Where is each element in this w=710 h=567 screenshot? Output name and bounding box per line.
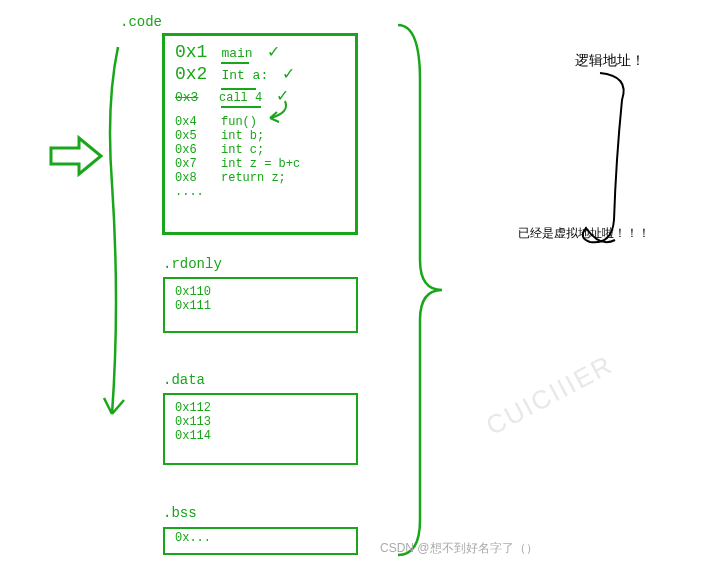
addr-0x6: 0x6 (175, 143, 205, 157)
annotation-top: 逻辑地址！ (575, 52, 645, 70)
code-box: 0x1 main ✓ 0x2 Int a: ✓ 0x3 call 4 ✓ 0x4… (162, 33, 358, 235)
rdonly-label: .rdonly (163, 256, 222, 272)
data-0x112: 0x112 (175, 401, 346, 415)
rdonly-0x111: 0x111 (175, 299, 346, 313)
addr-0x5: 0x5 (175, 129, 205, 143)
addr-0x8: 0x8 (175, 171, 205, 185)
instr-inta: Int a: (221, 68, 268, 83)
code-label: .code (120, 14, 162, 30)
addr-0x4: 0x4 (175, 115, 205, 129)
addr-0x2: 0x2 (175, 64, 207, 84)
bss-0x: 0x... (175, 531, 346, 545)
instr-intz: int z = b+c (221, 157, 300, 171)
addr-0x3: 0x3 (175, 90, 205, 105)
instr-fun: fun() (221, 115, 257, 129)
down-arrow-icon (98, 44, 138, 424)
addr-0x1: 0x1 (175, 42, 207, 62)
brace-icon (388, 20, 448, 560)
data-0x114: 0x114 (175, 429, 346, 443)
block-arrow-icon (49, 134, 105, 178)
return-arrow-icon (255, 98, 295, 128)
bss-box: 0x... (163, 527, 358, 555)
instr-intb: int b; (221, 129, 264, 143)
check-2: ✓ (282, 64, 295, 83)
data-0x113: 0x113 (175, 415, 346, 429)
instr-return: return z; (221, 171, 286, 185)
rdonly-box: 0x110 0x111 (163, 277, 358, 333)
addr-dots: .... (175, 185, 205, 199)
data-label: .data (163, 372, 205, 388)
bss-label: .bss (163, 505, 197, 521)
data-box: 0x112 0x113 0x114 (163, 393, 358, 465)
annotation-curve-icon (560, 70, 640, 270)
instr-main: main (221, 46, 252, 61)
instr-intc: int c; (221, 143, 264, 157)
addr-0x7: 0x7 (175, 157, 205, 171)
rdonly-0x110: 0x110 (175, 285, 346, 299)
watermark: CSDN @想不到好名字了（） (380, 540, 538, 557)
check-1: ✓ (267, 42, 280, 61)
faint-watermark: CUICIIIER (481, 349, 619, 442)
